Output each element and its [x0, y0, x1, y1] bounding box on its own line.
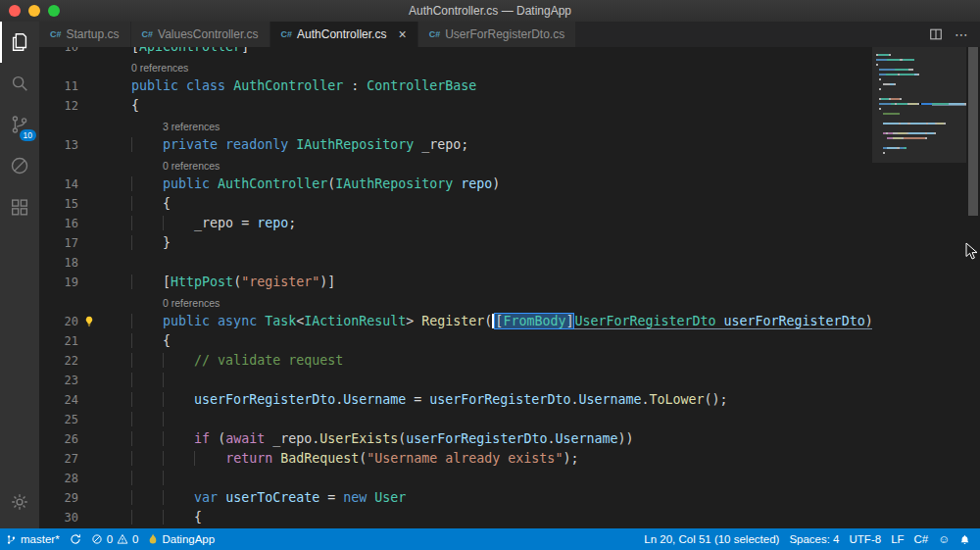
code-line-18[interactable]: 18 [39, 253, 872, 273]
line-number[interactable]: 19 [39, 273, 78, 292]
activity-item-explorer[interactable] [0, 22, 39, 63]
line-number[interactable]: 26 [39, 429, 78, 449]
code-line-14[interactable]: 14 public AuthController(IAuthRepository… [39, 175, 872, 194]
glyph-margin [78, 57, 100, 76]
project-name: DatingApp [162, 533, 215, 545]
tab-userforregisterdto-cs[interactable]: C#UserForRegisterDto.cs [418, 22, 577, 47]
activity-item-source-control[interactable]: 10 [0, 104, 39, 145]
tab-authcontroller-cs[interactable]: C#AuthController.cs× [270, 22, 418, 47]
line-number[interactable]: 21 [39, 331, 78, 351]
window-controls [0, 5, 60, 17]
line-number[interactable]: 15 [39, 194, 78, 214]
line-number[interactable]: 12 [39, 96, 78, 116]
glyph-margin [78, 410, 100, 429]
feedback-smiley[interactable]: ☺ [938, 533, 950, 545]
tab-startup-cs[interactable]: C#Startup.cs [39, 22, 131, 47]
language-indicator[interactable]: C# [914, 533, 929, 545]
tab-valuescontroller-cs[interactable]: C#ValuesController.cs [131, 22, 270, 47]
git-branch-indicator[interactable]: master* [6, 533, 60, 546]
line-number[interactable]: 13 [39, 135, 78, 155]
activity-item-search[interactable] [0, 63, 39, 104]
gutter [39, 57, 78, 76]
line-number[interactable]: 17 [39, 233, 78, 253]
line-number[interactable]: 30 [39, 508, 78, 527]
minimap-viewport[interactable] [872, 47, 966, 163]
code-line-22[interactable]: 22 // validate request [39, 351, 872, 371]
line-number[interactable]: 28 [39, 469, 78, 488]
line-number[interactable]: 18 [39, 253, 78, 273]
code-line-28[interactable]: 28 [39, 469, 872, 488]
code-editor[interactable]: 10 [ApiController]0 references11 public … [39, 47, 872, 528]
line-number[interactable]: 22 [39, 351, 78, 371]
glyph-margin [78, 429, 100, 449]
code-text: { [100, 194, 171, 214]
close-tab-icon[interactable]: × [398, 27, 406, 41]
codelens-references[interactable]: 0 references [39, 155, 872, 175]
code-line-12[interactable]: 12 { [39, 96, 872, 116]
code-text [100, 371, 194, 390]
tab-label: Startup.cs [67, 27, 120, 41]
line-number[interactable]: 25 [39, 410, 78, 429]
line-number[interactable]: 11 [39, 76, 78, 96]
code-line-11[interactable]: 11 public class AuthController : Control… [39, 76, 872, 96]
lightbulb-icon[interactable] [78, 312, 100, 331]
code-line-13[interactable]: 13 private readonly IAuthRepository _rep… [39, 135, 872, 155]
codelens-references[interactable]: 0 references [39, 57, 872, 76]
project-indicator[interactable]: DatingApp [148, 533, 215, 545]
code-line-17[interactable]: 17 } [39, 233, 872, 253]
code-line-23[interactable]: 23 [39, 371, 872, 390]
line-number[interactable]: 27 [39, 449, 78, 469]
problems-indicator[interactable]: 0 0 [91, 533, 139, 545]
code-line-27[interactable]: 27 return BadRequest("Username already e… [39, 449, 872, 469]
minimize-window-button[interactable] [28, 5, 40, 17]
csharp-file-icon: C# [142, 29, 154, 39]
line-number[interactable]: 29 [39, 488, 78, 508]
flame-icon [148, 533, 158, 545]
line-number[interactable]: 23 [39, 371, 78, 390]
code-line-24[interactable]: 24 userForRegisterDto.Username = userFor… [39, 390, 872, 410]
split-editor-icon[interactable] [929, 27, 943, 41]
line-number[interactable]: 16 [39, 214, 78, 233]
more-actions-icon[interactable]: ⋯ [955, 26, 968, 42]
scrollbar-thumb[interactable] [968, 47, 978, 216]
gutter [39, 116, 78, 135]
zoom-window-button[interactable] [48, 5, 60, 17]
eol-indicator[interactable]: LF [891, 533, 904, 545]
window-title: AuthController.cs — DatingApp [0, 4, 980, 18]
line-number[interactable]: 14 [39, 175, 78, 194]
codelens-references[interactable]: 0 references [39, 292, 872, 312]
editor-scrollbar[interactable] [966, 47, 980, 528]
sync-button[interactable] [70, 533, 81, 545]
code-text: public async Task<IActionResult> Registe… [100, 312, 872, 331]
code-line-19[interactable]: 19 [HttpPost("register")] [39, 273, 872, 292]
code-line-10[interactable]: 10 [ApiController] [39, 47, 872, 57]
bell-icon [959, 533, 970, 546]
code-line-21[interactable]: 21 { [39, 331, 872, 351]
glyph-margin [78, 233, 100, 253]
activity-item-settings[interactable] [0, 481, 39, 523]
activity-item-debug[interactable] [0, 145, 39, 186]
cursor-position[interactable]: Ln 20, Col 51 (10 selected) [644, 533, 779, 545]
code-line-30[interactable]: 30 { [39, 508, 872, 527]
activity-bar: 10 [0, 22, 39, 528]
code-line-26[interactable]: 26 if (await _repo.UserExists(userForReg… [39, 429, 872, 449]
indentation-indicator[interactable]: Spaces: 4 [789, 533, 839, 545]
codelens-text: 3 references [100, 116, 220, 135]
code-line-20[interactable]: 20 public async Task<IActionResult> Regi… [39, 312, 872, 331]
code-line-15[interactable]: 15 { [39, 194, 872, 214]
close-window-button[interactable] [9, 5, 21, 17]
encoding-indicator[interactable]: UTF-8 [850, 533, 882, 545]
minimap[interactable] [872, 47, 966, 528]
tab-label: UserForRegisterDto.cs [445, 27, 564, 41]
activity-item-extensions[interactable] [0, 186, 39, 227]
code-line-25[interactable]: 25 [39, 410, 872, 429]
code-line-16[interactable]: 16 _repo = repo; [39, 214, 872, 233]
line-number[interactable]: 20 [39, 312, 78, 331]
line-number[interactable]: 24 [39, 390, 78, 410]
code-line-29[interactable]: 29 var userToCreate = new User [39, 488, 872, 508]
notifications-bell[interactable] [959, 533, 970, 546]
error-icon [91, 533, 103, 545]
codelens-references[interactable]: 3 references [39, 116, 872, 135]
glyph-margin [78, 449, 100, 469]
line-number[interactable]: 10 [39, 47, 78, 57]
